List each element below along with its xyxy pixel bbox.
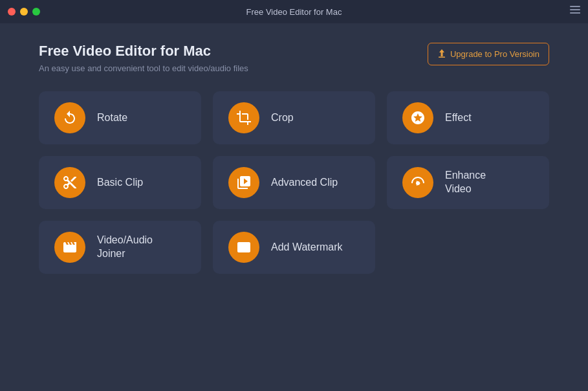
svg-point-5 [416, 181, 420, 185]
crop-icon [228, 102, 259, 133]
svg-rect-1 [570, 9, 580, 10]
add-watermark-label: Add Watermark [271, 241, 343, 254]
upgrade-button[interactable]: Upgrade to Pro Versioin [428, 43, 549, 65]
minimize-button[interactable] [20, 8, 28, 16]
close-button[interactable] [8, 8, 16, 16]
svg-rect-0 [570, 6, 580, 7]
tool-add-watermark[interactable]: Add Watermark [213, 221, 375, 274]
maximize-button[interactable] [32, 8, 40, 16]
svg-rect-3 [578, 12, 580, 14]
main-content: Free Video Editor for Mac An easy use an… [0, 23, 588, 391]
scissors-icon [54, 167, 85, 198]
tool-enhance-video[interactable]: Enhance Video [387, 156, 549, 209]
tool-effect[interactable]: Effect [387, 91, 549, 144]
tools-grid: Rotate Crop Effect [39, 91, 549, 274]
watermark-icon [228, 232, 259, 263]
tool-rotate[interactable]: Rotate [39, 91, 201, 144]
effect-label: Effect [445, 111, 472, 125]
tool-basic-clip[interactable]: Basic Clip [39, 156, 201, 209]
app-subtitle: An easy use and convenient tool to edit … [39, 63, 248, 73]
tool-video-audio-joiner[interactable]: Video/Audio Joiner [39, 221, 201, 274]
header-area: Free Video Editor for Mac An easy use an… [39, 43, 549, 73]
tool-advanced-clip[interactable]: Advanced Clip [213, 156, 375, 209]
window-title: Free Video Editor for Mac [246, 7, 342, 17]
window-menu-icon[interactable] [570, 6, 580, 17]
effect-icon [402, 102, 433, 133]
app-info: Free Video Editor for Mac An easy use an… [39, 43, 248, 73]
advanced-clip-label: Advanced Clip [271, 176, 338, 190]
upgrade-icon [437, 49, 446, 60]
advanced-clip-icon [228, 167, 259, 198]
joiner-icon [54, 232, 85, 263]
traffic-lights [8, 8, 40, 16]
crop-label: Crop [271, 111, 294, 125]
video-audio-joiner-label: Video/Audio Joiner [97, 234, 153, 261]
basic-clip-label: Basic Clip [97, 176, 143, 190]
svg-rect-4 [439, 57, 445, 58]
rotate-icon [54, 102, 85, 133]
title-bar: Free Video Editor for Mac [0, 0, 588, 23]
enhance-icon [402, 167, 433, 198]
tool-crop[interactable]: Crop [213, 91, 375, 144]
app-title: Free Video Editor for Mac [39, 43, 248, 60]
enhance-video-label: Enhance Video [445, 169, 486, 196]
rotate-label: Rotate [97, 111, 127, 125]
